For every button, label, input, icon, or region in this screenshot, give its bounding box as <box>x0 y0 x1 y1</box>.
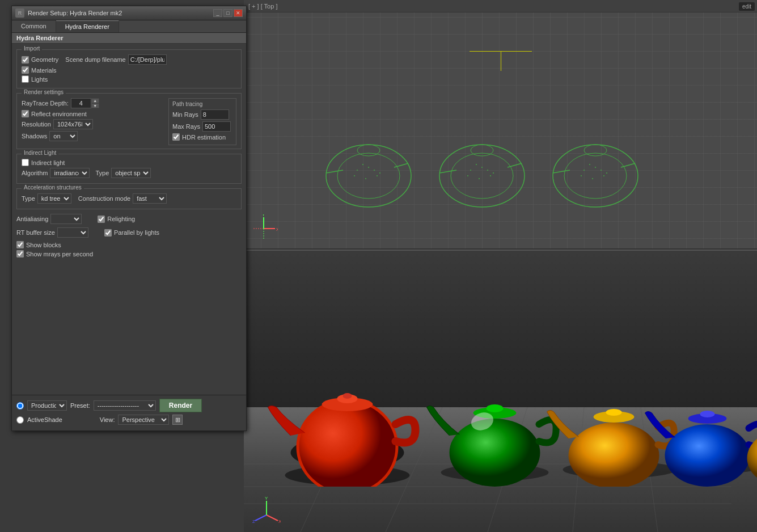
svg-point-31 <box>583 170 585 171</box>
crosshair-vertical <box>501 51 501 71</box>
resolution-select[interactable]: 1024x768 640x480 800x600 1280x720 1920x1… <box>53 119 93 129</box>
svg-point-69 <box>606 409 622 416</box>
svg-point-17 <box>471 145 493 156</box>
reflect-env-checkbox[interactable] <box>22 110 29 117</box>
svg-point-4 <box>357 145 380 156</box>
rt-buffer-label: RT buffer size <box>16 229 55 236</box>
min-rays-input[interactable] <box>201 109 229 120</box>
construction-select[interactable]: fast normal accurate <box>133 193 167 204</box>
svg-point-7 <box>368 167 369 168</box>
maximize-button[interactable]: □ <box>223 9 232 17</box>
show-blocks-checkbox[interactable] <box>16 241 24 248</box>
rt-buffer-select[interactable]: 512 1024 2048 <box>57 227 88 238</box>
svg-point-23 <box>467 175 468 176</box>
teapots-rendered-svg <box>244 271 757 487</box>
dialog-titlebar: R Render Setup: Hydra Render mk2 _ □ ✕ <box>12 6 246 20</box>
show-mrays-label: Show mrays per second <box>26 251 93 257</box>
render-settings-group: Render settings RayTrace Depth: ▲ ▼ <box>16 93 242 149</box>
hdr-checkbox[interactable] <box>172 133 180 141</box>
view-select[interactable]: Perspective Top Front Left Camera <box>118 415 169 425</box>
import-group: Import Geometry Scene dump filename Mate… <box>16 49 242 88</box>
indirect-light-group: Indirect Light Indirect light Algorithm … <box>16 154 242 184</box>
render-button[interactable]: Render <box>159 399 202 412</box>
antialiasing-select[interactable]: 1x 2x 4x <box>50 214 82 224</box>
indirect-light-label: Indirect light <box>31 159 65 166</box>
scene-dump-input[interactable] <box>128 54 167 65</box>
raytrace-down-btn[interactable]: ▼ <box>91 103 99 108</box>
svg-point-35 <box>606 172 607 174</box>
svg-point-19 <box>476 164 477 165</box>
relighting-checkbox[interactable] <box>98 216 105 223</box>
axis-indicator-persp: X Z Y <box>252 495 281 523</box>
dialog-app-icon: R <box>15 9 24 18</box>
algorithm-select[interactable]: irradiance path tracing none <box>50 168 90 178</box>
svg-point-33 <box>595 167 596 168</box>
dialog-tabs: Common Hydra Renderer <box>12 20 246 33</box>
svg-point-8 <box>374 170 375 171</box>
raytrace-depth-input[interactable] <box>71 98 91 108</box>
svg-point-22 <box>493 172 494 174</box>
tab-common[interactable]: Common <box>12 20 56 32</box>
preset-label: Preset: <box>70 402 90 409</box>
shadows-select[interactable]: on off <box>49 131 78 141</box>
svg-point-14 <box>451 153 513 199</box>
geometry-label: Geometry <box>31 56 58 63</box>
acceleration-group: Acceleration structures Type kd tree bvh… <box>16 188 242 209</box>
svg-point-34 <box>600 170 602 171</box>
lights-checkbox[interactable] <box>22 75 29 83</box>
reflect-env-label: Reflect environment <box>31 111 87 117</box>
indirect-light-group-label: Indirect Light <box>22 150 58 156</box>
close-button[interactable]: ✕ <box>234 9 243 17</box>
svg-line-76 <box>267 515 278 521</box>
svg-point-62 <box>343 393 352 399</box>
activeshade-radio[interactable] <box>16 416 24 424</box>
materials-checkbox[interactable] <box>22 66 29 74</box>
svg-point-10 <box>354 175 355 176</box>
minimize-button[interactable]: _ <box>213 9 222 17</box>
svg-point-21 <box>487 170 488 171</box>
production-radio[interactable] <box>16 402 24 409</box>
svg-point-1 <box>337 153 400 199</box>
svg-point-20 <box>481 167 483 168</box>
teapot-wireframes-svg <box>312 102 663 216</box>
svg-point-65 <box>487 404 504 412</box>
production-select[interactable]: Production ActiveShade <box>27 400 67 411</box>
window-controls: _ □ ✕ <box>213 9 243 17</box>
hdr-label: HDR estimation <box>182 134 226 141</box>
lights-label: Lights <box>31 76 48 83</box>
svg-point-13 <box>439 145 525 207</box>
indirect-light-checkbox[interactable] <box>22 159 29 166</box>
svg-point-24 <box>479 178 480 179</box>
svg-point-38 <box>603 175 604 176</box>
svg-text:X: X <box>276 227 278 232</box>
svg-line-28 <box>553 170 570 173</box>
show-mrays-checkbox[interactable] <box>16 250 24 257</box>
panel-header: Hydra Renderer <box>12 33 246 44</box>
relighting-label: Relighting <box>107 216 135 222</box>
accel-type-select[interactable]: kd tree bvh none <box>37 193 71 204</box>
svg-point-72 <box>700 411 715 417</box>
svg-text:X: X <box>278 519 281 523</box>
svg-point-63 <box>450 419 540 487</box>
geometry-checkbox[interactable] <box>22 56 29 64</box>
algorithm-label: Algorithm <box>22 170 48 176</box>
activeshade-label: ActiveShade <box>27 416 62 423</box>
type-label: Type <box>95 170 109 176</box>
shadows-label: Shadows <box>22 133 47 140</box>
svg-point-67 <box>569 423 659 487</box>
svg-text:Y: Y <box>262 214 265 217</box>
view-picker-button[interactable]: ⊞ <box>172 415 183 425</box>
tab-hydra-renderer[interactable]: Hydra Renderer <box>56 20 119 32</box>
parallel-lights-checkbox[interactable] <box>104 229 112 237</box>
raytrace-up-btn[interactable]: ▲ <box>91 98 99 103</box>
viewport-top-label-text: [ + ] [ Top ] <box>248 3 277 10</box>
raytrace-depth-spinbox: ▲ ▼ <box>71 98 99 108</box>
acceleration-group-label: Acceleration structures <box>22 184 84 191</box>
svg-text:Y: Y <box>265 496 268 501</box>
max-rays-input[interactable] <box>202 121 231 132</box>
svg-point-27 <box>564 153 627 199</box>
preset-select[interactable]: -------------------- <box>94 400 156 411</box>
type-select[interactable]: object sp. screen sp. none <box>111 168 151 178</box>
svg-point-11 <box>365 178 366 179</box>
render-setup-dialog: R Render Setup: Hydra Render mk2 _ □ ✕ C… <box>11 6 247 431</box>
